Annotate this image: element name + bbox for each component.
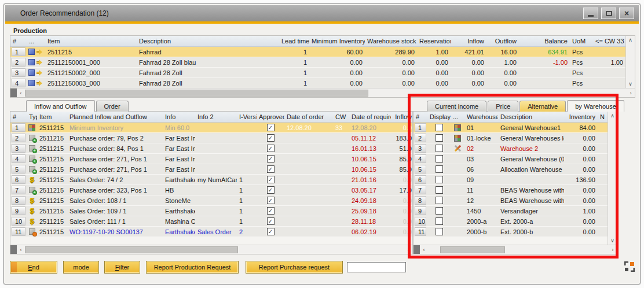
row-number-chip[interactable]: 6 bbox=[415, 175, 426, 184]
row-number-chip[interactable]: 7 bbox=[12, 186, 25, 194]
row-number-chip[interactable]: 8 bbox=[415, 196, 426, 205]
column-header[interactable]: Date of requiren bbox=[349, 112, 391, 122]
approved-checkbox[interactable]: ✓ bbox=[267, 197, 275, 204]
table-row[interactable]: 6$2511215Sales Order: 74 / 2Earthshaker … bbox=[10, 175, 412, 185]
horizontal-scrollbar[interactable]: ‹› bbox=[10, 88, 635, 97]
table-row[interactable]: 425112150003_000Fahrrad 28 Zoll10.000.00… bbox=[10, 78, 635, 88]
approved-checkbox[interactable]: ✓ bbox=[267, 176, 275, 183]
column-header[interactable]: Item bbox=[37, 112, 67, 122]
footer-text-input[interactable] bbox=[347, 262, 406, 272]
table-row[interactable]: 8$2511215Sales Order: 108 / 1StoneMe1✓24… bbox=[10, 195, 412, 206]
scroll-up-arrow-icon[interactable]: ∧ bbox=[609, 112, 617, 120]
row-number-chip[interactable]: 2 bbox=[12, 134, 25, 142]
column-header[interactable]: Balance bbox=[519, 36, 570, 46]
scroll-left-arrow-icon[interactable]: ‹ bbox=[17, 89, 25, 97]
column-header[interactable]: Inflow bbox=[451, 36, 486, 46]
row-number-chip[interactable]: 11 bbox=[12, 227, 25, 236]
row-number-chip[interactable]: 8 bbox=[12, 196, 25, 205]
scroll-corner-handle[interactable] bbox=[414, 245, 420, 254]
row-number-chip[interactable]: 9 bbox=[12, 206, 25, 215]
table-row[interactable]: 5+2511215Purchase order: 271, Pos 1Far E… bbox=[10, 164, 412, 175]
scroll-down-arrow-icon[interactable]: ∨ bbox=[609, 237, 617, 245]
column-header[interactable]: Description bbox=[498, 112, 564, 122]
scroll-up-arrow-icon[interactable]: ∧ bbox=[627, 36, 635, 44]
column-header[interactable]: <= CW 33 bbox=[593, 36, 625, 46]
table-row[interactable]: 3+2511215Purchase order: 84, Pos 1Far Ea… bbox=[10, 143, 412, 154]
button-mode[interactable]: mode bbox=[63, 261, 99, 274]
table-row[interactable]: 7+2511215Purchase order: 323, Pos 1HB1✓0… bbox=[10, 185, 412, 195]
table-row[interactable]: 325112150002_000Fahrrad 28 Zoll10.000.00… bbox=[10, 68, 635, 78]
display-checkbox[interactable] bbox=[436, 186, 443, 194]
display-checkbox[interactable] bbox=[436, 145, 443, 152]
scroll-thumb[interactable] bbox=[25, 246, 238, 253]
table-row[interactable]: 302Warehouse 20.00 bbox=[414, 143, 617, 154]
scroll-thumb[interactable] bbox=[25, 90, 368, 97]
table-row[interactable]: 506Allocation Warehouse (06)0.00 bbox=[414, 164, 617, 175]
tab-current-income[interactable]: Current income bbox=[427, 101, 486, 112]
tab-inflow-and-outflow[interactable]: Inflow and Outflow bbox=[26, 100, 95, 112]
row-number-chip[interactable]: 1 bbox=[415, 123, 426, 132]
column-header[interactable]: I-Version bbox=[237, 112, 257, 122]
table-row[interactable]: 91450Versandlager1.00 bbox=[414, 206, 617, 216]
column-header[interactable]: Typ bbox=[27, 112, 37, 122]
approved-checkbox[interactable]: ✓ bbox=[267, 124, 275, 131]
column-header[interactable]: # bbox=[10, 112, 27, 122]
table-row[interactable]: 102000-aExt. 2000-a0.00 bbox=[414, 216, 617, 227]
button-report-production-request[interactable]: Report Production Request bbox=[146, 261, 239, 274]
approved-checkbox[interactable]: ✓ bbox=[267, 228, 275, 235]
column-header[interactable]: UoM bbox=[570, 36, 593, 46]
approved-checkbox[interactable]: ✓ bbox=[267, 134, 275, 142]
display-checkbox[interactable] bbox=[436, 197, 443, 204]
column-header[interactable]: Date of order bbox=[284, 112, 333, 122]
scroll-right-arrow-icon[interactable]: › bbox=[627, 89, 635, 97]
scroll-corner-handle[interactable] bbox=[10, 245, 17, 254]
row-number-chip[interactable]: 5 bbox=[415, 165, 426, 173]
row-number-chip[interactable]: 10 bbox=[12, 217, 25, 226]
column-header[interactable]: Inflow bbox=[391, 112, 413, 122]
tab-alternative[interactable]: Alternative bbox=[519, 101, 566, 112]
table-row[interactable]: 403General Warehouse (03)0.00 bbox=[414, 154, 617, 164]
table-row[interactable]: 2+2511215Purchase order: 79, Pos 2Far Ea… bbox=[10, 133, 412, 143]
row-number-chip[interactable]: 1 bbox=[12, 123, 25, 132]
tab-by-warehouse[interactable]: by Warehouse bbox=[567, 100, 624, 112]
table-row[interactable]: 711BEAS Warehouse with Bin0.00 bbox=[414, 185, 617, 195]
approved-checkbox[interactable]: ✓ bbox=[267, 217, 275, 225]
column-header[interactable]: Description bbox=[137, 36, 279, 46]
table-row[interactable]: 12511215Fahrrad160.00289.901.00421.0116.… bbox=[10, 47, 635, 57]
display-checkbox[interactable] bbox=[436, 165, 443, 173]
column-header[interactable]: Lead time bbox=[279, 36, 309, 46]
column-header[interactable]: ... bbox=[451, 112, 464, 122]
display-checkbox[interactable] bbox=[436, 155, 443, 163]
approved-checkbox[interactable]: ✓ bbox=[267, 165, 275, 173]
column-header[interactable]: Inventory bbox=[564, 112, 598, 122]
approved-checkbox[interactable]: ✓ bbox=[267, 145, 275, 152]
display-checkbox[interactable] bbox=[436, 228, 443, 235]
column-header[interactable]: Warehouse stock bbox=[365, 36, 417, 46]
button-end[interactable]: End bbox=[10, 261, 57, 274]
column-header[interactable]: CW bbox=[333, 112, 349, 122]
vertical-scrollbar[interactable]: ∧∨ bbox=[608, 112, 617, 245]
row-number-chip[interactable]: 5 bbox=[12, 165, 25, 173]
close-button[interactable]: × bbox=[619, 8, 634, 19]
row-number-chip[interactable]: 1 bbox=[12, 47, 25, 56]
table-row[interactable]: 10$2511215Sales Order: 111 / 1Mashina Co… bbox=[10, 216, 412, 227]
table-row[interactable]: 12511215Minimum InventoryMin 60.0✓12.08.… bbox=[10, 123, 412, 133]
approved-checkbox[interactable]: ✓ bbox=[267, 207, 275, 215]
scroll-left-arrow-icon[interactable]: ‹ bbox=[420, 246, 428, 254]
table-row[interactable]: 112000-bExt. 2000-b0.00 bbox=[414, 227, 617, 237]
display-checkbox[interactable] bbox=[436, 124, 443, 131]
row-number-chip[interactable]: 2 bbox=[12, 58, 25, 67]
scroll-left-arrow-icon[interactable]: ‹ bbox=[17, 246, 25, 254]
scroll-right-arrow-icon[interactable]: › bbox=[404, 246, 412, 254]
scroll-down-arrow-icon[interactable]: ∨ bbox=[627, 80, 635, 88]
display-checkbox[interactable] bbox=[436, 207, 443, 215]
button-filter[interactable]: Filter bbox=[104, 261, 140, 274]
column-header[interactable]: Info bbox=[163, 112, 195, 122]
column-header[interactable]: Minimum Inventory bbox=[309, 36, 365, 46]
button-report-purchase-request[interactable]: Report Purchase request bbox=[246, 261, 343, 274]
row-number-chip[interactable]: 4 bbox=[415, 154, 426, 163]
table-row[interactable]: 225112150001_000Fahrrad 28 Zoll blau10.0… bbox=[10, 57, 635, 68]
approved-checkbox[interactable]: ✓ bbox=[267, 186, 275, 194]
vertical-scrollbar[interactable]: ∧∨ bbox=[625, 36, 635, 88]
scroll-corner-handle[interactable] bbox=[10, 88, 17, 97]
